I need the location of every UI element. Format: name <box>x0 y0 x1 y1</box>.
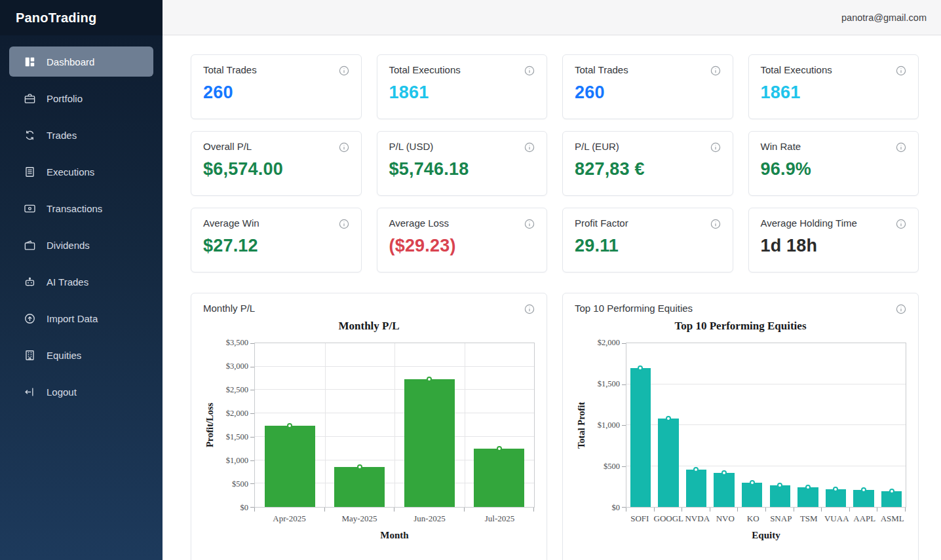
stat-label: Profit Factor <box>575 217 628 229</box>
sidebar-item-label: AI Trades <box>47 276 88 288</box>
x-tick-mark <box>821 508 822 512</box>
plot-area <box>626 343 906 508</box>
info-icon[interactable] <box>524 65 535 76</box>
x-tick-mark <box>794 508 794 512</box>
x-tick-mark <box>682 508 682 512</box>
bar-May-2025[interactable] <box>334 467 385 507</box>
bar-TSM[interactable] <box>797 487 818 507</box>
bar-top-marker <box>287 423 292 428</box>
bar-top-marker <box>777 483 782 488</box>
y-tick-label: $500 <box>604 462 620 472</box>
sidebar-item-label: Transactions <box>47 203 102 214</box>
info-icon[interactable] <box>710 219 721 229</box>
bar-Jul-2025[interactable] <box>474 449 524 507</box>
bar-ASML[interactable] <box>881 491 902 507</box>
bar-slot <box>822 343 850 507</box>
sidebar-item-portfolio[interactable]: Portfolio <box>9 83 153 113</box>
x-tick-mark <box>533 508 534 512</box>
x-tick-label: Jun-2025 <box>394 513 465 524</box>
stat-card: P/L (USD) $5,746.18 <box>377 131 548 196</box>
info-icon[interactable] <box>896 219 906 229</box>
sidebar-item-logout[interactable]: Logout <box>9 377 153 407</box>
info-icon[interactable] <box>524 142 535 153</box>
y-axis-label: Profit/Loss <box>203 343 216 508</box>
info-icon[interactable] <box>339 142 349 153</box>
stat-label: Total Trades <box>203 64 257 75</box>
bars-layer <box>255 343 534 507</box>
info-icon[interactable] <box>339 65 349 76</box>
app-root: PanoTrading Dashboard Portfolio Trades E… <box>0 0 941 560</box>
info-icon[interactable] <box>710 142 721 153</box>
bar-slot <box>655 343 683 507</box>
info-icon[interactable] <box>339 219 349 229</box>
info-icon[interactable] <box>524 304 535 314</box>
bar-slot <box>850 343 878 507</box>
x-tick-label: SOFI <box>626 513 654 524</box>
sidebar-item-import-data[interactable]: Import Data <box>9 303 153 333</box>
y-axis-label: Total Profit <box>575 343 588 508</box>
bar-top-marker <box>497 446 502 451</box>
sidebar-item-label: Logout <box>47 386 77 398</box>
sidebar-item-transactions[interactable]: Transactions <box>9 193 153 223</box>
bar-top-marker <box>666 416 671 421</box>
x-tick-label: VUAA <box>823 513 851 524</box>
y-tick-label: $0 <box>612 503 621 513</box>
stat-card: Profit Factor 29.11 <box>562 208 733 272</box>
y-tick-mark <box>250 367 254 367</box>
x-tick-label: SNAP <box>767 513 796 524</box>
bars-layer <box>626 343 906 507</box>
bar-top-marker <box>693 467 699 472</box>
stat-label: Overall P/L <box>203 141 252 152</box>
stat-value: $27.12 <box>203 236 349 256</box>
sidebar-nav: Dashboard Portfolio Trades Executions Tr… <box>0 35 163 407</box>
bar-GOOGL[interactable] <box>658 419 679 507</box>
bar-NVDA[interactable] <box>686 470 707 508</box>
info-icon[interactable] <box>896 304 906 314</box>
bar-Jun-2025[interactable] <box>404 379 455 507</box>
x-tick-mark <box>877 508 877 512</box>
user-email: panotra@gmail.com <box>841 12 927 23</box>
stat-card: Total Executions 1861 <box>748 54 919 119</box>
y-tick-label: $3,500 <box>226 338 248 348</box>
sidebar-item-ai-trades[interactable]: AI Trades <box>9 267 153 297</box>
sidebar-item-label: Trades <box>47 130 77 141</box>
sidebar-item-equities[interactable]: Equities <box>9 340 153 370</box>
info-icon[interactable] <box>524 219 535 229</box>
sidebar-item-trades[interactable]: Trades <box>9 120 153 150</box>
chart-card: Monthly P/L Monthly P/L Profit/Loss $0$5… <box>191 293 547 560</box>
y-tick-mark <box>250 413 254 414</box>
dashboard-icon <box>24 56 36 68</box>
robot-icon <box>24 276 36 288</box>
sidebar-item-dashboard[interactable]: Dashboard <box>9 47 153 77</box>
bar-SNAP[interactable] <box>770 485 791 507</box>
chart-card-title: Top 10 Performing Equities <box>575 303 693 314</box>
x-tick-mark <box>710 508 710 512</box>
sidebar-item-label: Executions <box>47 166 94 177</box>
bar-KO[interactable] <box>742 483 763 507</box>
bar-SOFI[interactable] <box>630 368 651 508</box>
sidebar-header: PanoTrading <box>0 0 163 35</box>
sidebar-item-dividends[interactable]: Dividends <box>9 230 153 260</box>
stat-card: Total Trades 260 <box>562 54 733 119</box>
stat-value: $6,574.00 <box>203 159 349 179</box>
bar-slot <box>877 343 906 507</box>
info-icon[interactable] <box>710 65 721 76</box>
info-icon[interactable] <box>896 142 906 153</box>
brand-logo: PanoTrading <box>16 10 96 26</box>
bar-Apr-2025[interactable] <box>265 426 315 507</box>
y-axis-ticks: $0$500$1,000$1,500$2,000$2,500$3,000$3,5… <box>216 343 254 508</box>
x-tick-mark <box>654 508 655 512</box>
y-tick-mark <box>250 483 254 484</box>
stat-value: $5,746.18 <box>389 159 535 179</box>
stat-card: Overall P/L $6,574.00 <box>191 131 362 196</box>
info-icon[interactable] <box>896 65 906 76</box>
y-tick-mark <box>622 384 626 385</box>
bar-chart: Monthly P/L Profit/Loss $0$500$1,000$1,5… <box>203 320 535 541</box>
bar-VUAA[interactable] <box>826 489 847 508</box>
sidebar-item-executions[interactable]: Executions <box>9 157 153 187</box>
bar-AAPL[interactable] <box>853 490 874 507</box>
x-tick-label: NVDA <box>683 513 712 524</box>
bar-NVO[interactable] <box>714 473 735 508</box>
stat-label: Total Executions <box>761 64 832 75</box>
bar-top-marker <box>805 485 811 490</box>
